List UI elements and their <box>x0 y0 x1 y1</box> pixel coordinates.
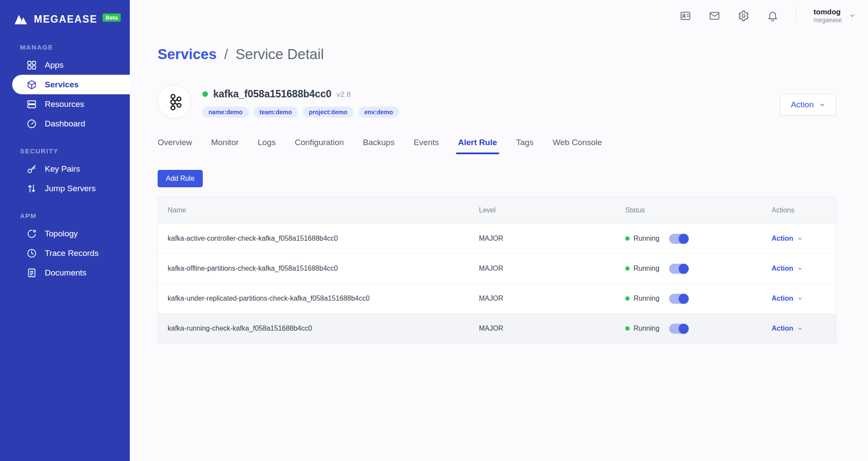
rule-status-text: Running <box>634 325 660 332</box>
table-header-row: Name Level Status Actions <box>158 197 836 223</box>
jump-servers-icon <box>26 183 37 194</box>
megaease-logo-icon <box>13 11 29 27</box>
topology-icon <box>26 229 37 239</box>
rule-status-cell: Running <box>625 234 772 244</box>
contact-card-icon[interactable] <box>680 10 691 22</box>
chevron-down-icon <box>797 296 803 302</box>
document-icon <box>26 268 37 278</box>
service-info: kafka_f058a151688b4cc0 v2.8 name:demo te… <box>202 85 399 118</box>
sidebar-item-apps[interactable]: Apps <box>12 55 130 75</box>
dashboard-icon <box>26 119 37 129</box>
rule-level: MAJOR <box>479 265 625 272</box>
rule-level: MAJOR <box>479 295 625 302</box>
sidebar-item-resources[interactable]: Resources <box>12 94 130 114</box>
sidebar-item-documents[interactable]: Documents <box>12 263 130 282</box>
rule-status-text: Running <box>634 235 660 242</box>
breadcrumb-services-link[interactable]: Services <box>158 46 217 62</box>
tab-configuration[interactable]: Configuration <box>295 138 344 154</box>
rule-status-text: Running <box>634 265 660 272</box>
tab-alert-rule[interactable]: Alert Rule <box>458 138 497 154</box>
tab-events[interactable]: Events <box>414 138 439 154</box>
rule-enabled-toggle[interactable] <box>669 324 689 334</box>
sidebar-item-label: Dashboard <box>45 119 85 129</box>
tab-web-console[interactable]: Web Console <box>553 138 602 154</box>
chevron-down-icon <box>797 326 803 332</box>
service-action-button[interactable]: Action <box>780 94 836 116</box>
service-name: kafka_f058a151688b4cc0 <box>213 88 331 100</box>
rule-status-cell: Running <box>625 294 772 304</box>
tab-monitor[interactable]: Monitor <box>211 138 238 154</box>
gear-icon[interactable] <box>738 10 749 22</box>
sidebar-item-label: Resources <box>45 99 84 109</box>
mail-icon[interactable] <box>709 10 720 22</box>
key-icon <box>26 164 37 174</box>
brand: MEGAEASE Beta <box>0 0 130 30</box>
table-row: kafka-offline-partitions-check-kafka_f05… <box>158 253 836 283</box>
tag-name-demo: name:demo <box>202 106 249 118</box>
kafka-logo-avatar <box>158 85 191 119</box>
resources-icon <box>26 99 37 109</box>
rule-action-label: Action <box>772 265 793 272</box>
rule-enabled-toggle[interactable] <box>669 264 689 274</box>
beta-badge: Beta <box>102 13 121 22</box>
rule-level: MAJOR <box>479 235 625 242</box>
section-label-manage: MANAGE <box>20 43 130 51</box>
rule-status-text: Running <box>634 295 660 302</box>
service-version: v2.8 <box>337 90 350 99</box>
service-tags: name:demo team:demo project:demo env:dem… <box>202 106 399 118</box>
rule-action-menu[interactable]: Action <box>772 295 836 302</box>
column-header-status: Status <box>625 206 772 214</box>
section-label-apm: APM <box>20 212 130 219</box>
tab-logs[interactable]: Logs <box>258 138 276 154</box>
service-status-dot <box>202 91 208 97</box>
sidebar-item-key-pairs[interactable]: Key Pairs <box>12 159 130 179</box>
tab-overview[interactable]: Overview <box>158 138 192 154</box>
user-menu[interactable]: tomdog megaease <box>814 7 856 24</box>
column-header-actions: Actions <box>772 206 836 214</box>
chevron-down-icon <box>797 236 803 242</box>
sidebar-item-services[interactable]: Services <box>12 75 130 94</box>
sidebar-item-label: Topology <box>45 229 78 239</box>
section-label-security: SECURITY <box>20 147 130 155</box>
sidebar-item-label: Documents <box>45 268 86 278</box>
rule-status-cell: Running <box>625 324 772 334</box>
rule-name: kafka-active-controller-check-kafka_f058… <box>168 235 479 242</box>
service-title-row: kafka_f058a151688b4cc0 v2.8 <box>202 88 399 100</box>
alert-rules-table: Name Level Status Actions kafka-active-c… <box>158 197 836 344</box>
clock-icon <box>26 248 37 259</box>
rule-action-menu[interactable]: Action <box>772 265 836 272</box>
running-status-dot <box>625 296 630 301</box>
bell-icon[interactable] <box>767 10 779 22</box>
rule-action-label: Action <box>772 295 793 302</box>
rule-action-menu[interactable]: Action <box>772 325 836 332</box>
add-rule-button[interactable]: Add Rule <box>158 170 203 187</box>
running-status-dot <box>625 266 630 271</box>
sidebar-item-label: Apps <box>45 60 63 70</box>
sidebar-item-label: Trace Records <box>45 249 99 258</box>
sidebar-item-topology[interactable]: Topology <box>12 224 130 243</box>
page-title: Service Detail <box>235 46 324 62</box>
tag-team-demo: team:demo <box>254 106 298 118</box>
sidebar-item-trace-records[interactable]: Trace Records <box>12 243 130 263</box>
chevron-down-icon <box>849 12 856 19</box>
breadcrumb: Services / Service Detail <box>158 46 836 63</box>
main-area: tomdog megaease Services / Service Detai… <box>130 0 868 461</box>
service-action-label: Action <box>791 100 814 109</box>
rule-status-cell: Running <box>625 264 772 274</box>
sidebar-item-jump-servers[interactable]: Jump Servers <box>12 179 130 198</box>
column-header-level: Level <box>479 206 625 214</box>
services-icon <box>26 80 37 90</box>
tab-tags[interactable]: Tags <box>516 138 534 154</box>
rule-action-menu[interactable]: Action <box>772 235 836 242</box>
table-row: kafka-under-replicated-partitions-check-… <box>158 283 836 313</box>
rule-action-label: Action <box>772 235 793 242</box>
rule-enabled-toggle[interactable] <box>669 234 689 244</box>
chevron-down-icon <box>819 102 825 108</box>
tab-backups[interactable]: Backups <box>363 138 395 154</box>
content: Services / Service Detail kafka_f058a151… <box>130 31 868 344</box>
sidebar-item-dashboard[interactable]: Dashboard <box>12 114 130 133</box>
apps-icon <box>26 60 37 70</box>
rule-enabled-toggle[interactable] <box>669 294 689 304</box>
rule-action-label: Action <box>772 325 793 332</box>
service-header: kafka_f058a151688b4cc0 v2.8 name:demo te… <box>158 85 836 119</box>
